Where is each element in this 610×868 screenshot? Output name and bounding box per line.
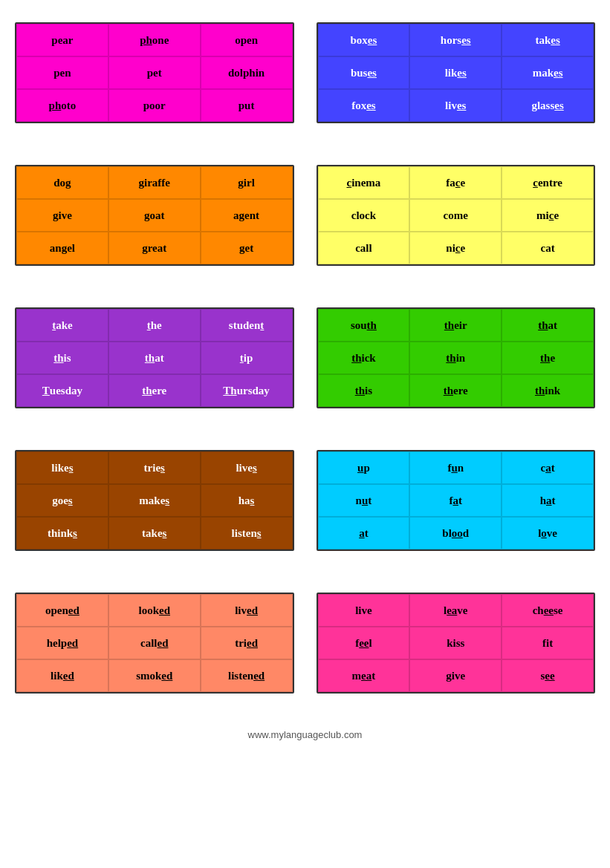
- row-4: likestrieslivesgoesmakeshasthinkstakesli…: [15, 450, 595, 551]
- word-cell: give: [16, 199, 108, 232]
- word-cell: this: [16, 342, 108, 374]
- word-cell: takes: [502, 24, 594, 56]
- word-cell: open: [201, 24, 293, 56]
- word-cell: boxes: [318, 24, 410, 56]
- word-cell: fit: [502, 627, 594, 659]
- word-cell: this: [318, 374, 410, 407]
- grid-ed-words: openedlookedlivedhelpedcalledtriedlikeds…: [15, 593, 294, 694]
- grid-vowel-words: upfuncatnutfathatatbloodlove: [317, 450, 596, 551]
- word-cell: helped: [16, 627, 108, 659]
- word-cell: there: [409, 374, 502, 407]
- word-cell: liked: [16, 659, 108, 692]
- word-cell: that: [502, 309, 594, 342]
- grid-th-words: souththeirthatthickthinthethistherethink: [317, 307, 596, 408]
- row-3: takethestudentthisthattipTuesdaythereThu…: [15, 307, 595, 408]
- word-cell: lived: [201, 594, 293, 627]
- word-cell: pen: [16, 56, 108, 89]
- word-cell: student: [201, 309, 293, 342]
- word-cell: centre: [502, 166, 594, 199]
- grid-es-words: boxeshorsestakesbuseslikesmakesfoxeslive…: [317, 22, 596, 123]
- word-cell: fat: [409, 484, 502, 517]
- word-cell: that: [108, 342, 201, 374]
- grid-g-words: doggiraffegirlgivegoatagentangelgreatget: [15, 165, 294, 266]
- word-cell: phone: [108, 24, 201, 56]
- word-cell: their: [409, 309, 502, 342]
- word-cell: girl: [201, 166, 293, 199]
- grid-p-words: pearphoneopenpenpetdolphinphotopoorput: [15, 22, 294, 123]
- grid-t-words: takethestudentthisthattipTuesdaythereThu…: [15, 307, 294, 408]
- word-cell: pet: [108, 56, 201, 89]
- word-cell: think: [502, 374, 594, 407]
- word-cell: looked: [108, 594, 201, 627]
- word-cell: buses: [318, 56, 410, 89]
- word-cell: takes: [108, 517, 201, 549]
- word-cell: the: [108, 309, 201, 342]
- grid-ee-words: liveleavecheesefeelkissfitmeatgivesee: [317, 593, 596, 694]
- word-cell: thick: [318, 342, 410, 374]
- word-cell: give: [409, 659, 502, 692]
- word-cell: take: [16, 309, 108, 342]
- row-5: openedlookedlivedhelpedcalledtriedlikeds…: [15, 593, 595, 694]
- word-cell: hat: [502, 484, 594, 517]
- word-cell: dog: [16, 166, 108, 199]
- word-cell: cinema: [318, 166, 410, 199]
- word-cell: pear: [16, 24, 108, 56]
- word-cell: smoked: [108, 659, 201, 692]
- word-cell: up: [318, 451, 410, 484]
- word-cell: love: [502, 517, 594, 549]
- word-cell: lives: [201, 451, 293, 484]
- word-cell: makes: [502, 56, 594, 89]
- word-cell: come: [409, 199, 502, 232]
- word-cell: photo: [16, 89, 108, 122]
- word-cell: get: [201, 232, 293, 264]
- word-cell: likes: [16, 451, 108, 484]
- word-cell: lives: [409, 89, 502, 122]
- word-cell: cheese: [502, 594, 594, 627]
- word-cell: giraffe: [108, 166, 201, 199]
- word-cell: south: [318, 309, 410, 342]
- row-2: doggiraffegirlgivegoatagentangelgreatget…: [15, 165, 595, 266]
- word-cell: nice: [409, 232, 502, 264]
- word-cell: Thursday: [201, 374, 293, 407]
- word-cell: thin: [409, 342, 502, 374]
- word-cell: call: [318, 232, 410, 264]
- word-cell: see: [502, 659, 594, 692]
- word-cell: horses: [409, 24, 502, 56]
- word-cell: cat: [502, 451, 594, 484]
- word-cell: tip: [201, 342, 293, 374]
- word-cell: has: [201, 484, 293, 517]
- word-cell: tried: [201, 627, 293, 659]
- word-cell: meat: [318, 659, 410, 692]
- word-cell: poor: [108, 89, 201, 122]
- word-cell: mice: [502, 199, 594, 232]
- word-cell: fun: [409, 451, 502, 484]
- word-cell: glasses: [502, 89, 594, 122]
- word-cell: there: [108, 374, 201, 407]
- word-cell: makes: [108, 484, 201, 517]
- word-cell: put: [201, 89, 293, 122]
- word-cell: nut: [318, 484, 410, 517]
- word-cell: feel: [318, 627, 410, 659]
- word-cell: at: [318, 517, 410, 549]
- word-cell: live: [318, 594, 410, 627]
- footer-text: www.mylanguageclub.com: [248, 729, 363, 740]
- word-cell: thinks: [16, 517, 108, 549]
- word-cell: blood: [409, 517, 502, 549]
- word-cell: foxes: [318, 89, 410, 122]
- word-cell: clock: [318, 199, 410, 232]
- word-cell: opened: [16, 594, 108, 627]
- word-cell: leave: [409, 594, 502, 627]
- word-cell: goes: [16, 484, 108, 517]
- word-cell: Tuesday: [16, 374, 108, 407]
- row-1: pearphoneopenpenpetdolphinphotopoorput b…: [15, 22, 595, 123]
- word-cell: kiss: [409, 627, 502, 659]
- word-cell: goat: [108, 199, 201, 232]
- word-cell: cat: [502, 232, 594, 264]
- word-cell: the: [502, 342, 594, 374]
- word-cell: dolphin: [201, 56, 293, 89]
- word-cell: likes: [409, 56, 502, 89]
- word-cell: great: [108, 232, 201, 264]
- word-cell: listened: [201, 659, 293, 692]
- word-cell: face: [409, 166, 502, 199]
- word-cell: angel: [16, 232, 108, 264]
